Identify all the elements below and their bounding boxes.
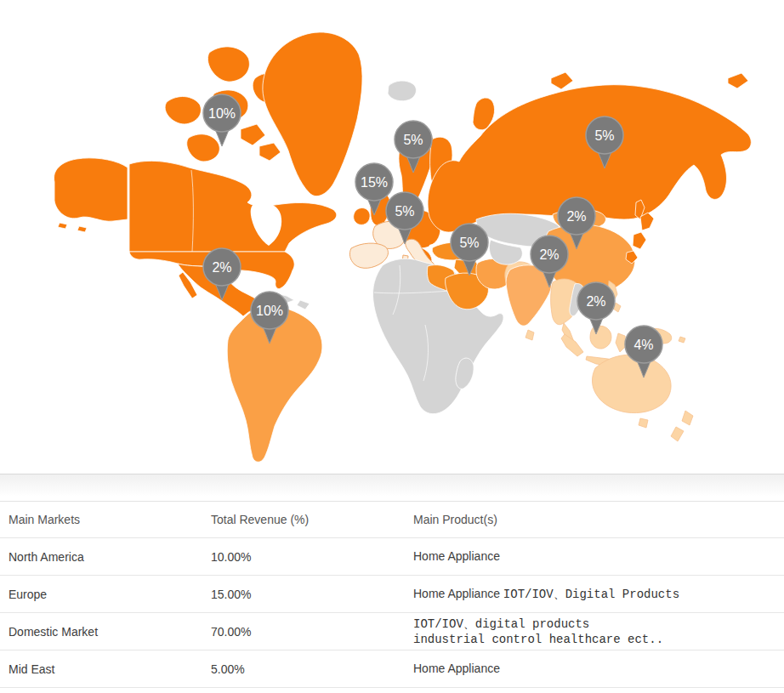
revenue-cell: 15.00% [202, 576, 405, 613]
main-markets-table: Main MarketsTotal Revenue (%)Main Produc… [0, 501, 784, 688]
revenue-cell: 5.00% [202, 650, 405, 688]
region-alaska [54, 158, 128, 221]
pin-percentage-label: 4% [633, 338, 653, 352]
pin-percentage-label: 5% [395, 204, 414, 219]
region-aleutians [58, 223, 87, 232]
pin-percentage-label: 10% [208, 106, 236, 121]
product-text: IOT/IOV、Digital Products [503, 588, 679, 601]
region-iceland [388, 81, 416, 101]
product-line: Home Appliance [413, 549, 779, 564]
main-markets-table-wrap: Main MarketsTotal Revenue (%)Main Produc… [0, 501, 784, 688]
pin-percentage-label: 5% [403, 133, 423, 147]
table-row: Europe15.00%Home Appliance IOT/IOV、Digit… [0, 576, 784, 613]
market-cell: Domestic Market [0, 613, 202, 650]
trade-capacity-section: 10%5%5%15%5%2%5%2%2%10%2%4% Main Markets… [0, 0, 784, 693]
product-line: industrial control healthcare ect.. [413, 632, 779, 647]
table-row: Domestic Market70.00%IOT/IOV、digital pro… [0, 613, 784, 650]
product-line: Home Appliance [413, 662, 779, 676]
table-row: Mid East5.00%Home Appliance [0, 650, 784, 688]
region-australia [592, 355, 671, 412]
product-text: Home Appliance [413, 549, 500, 563]
region-japan [626, 213, 654, 264]
section-divider-shadow [0, 474, 784, 497]
market-cell: North America [0, 538, 202, 576]
pin-percentage-label: 2% [586, 294, 605, 309]
pin-percentage-label: 15% [361, 175, 388, 190]
column-header-3: Main Product(s) [405, 502, 784, 538]
table-row: North America10.00%Home Appliance [0, 538, 784, 576]
products-cell: IOT/IOV、digital productsindustrial contr… [405, 613, 784, 650]
products-cell: Home Appliance [405, 650, 784, 688]
revenue-cell: 70.00% [202, 613, 405, 650]
pin-percentage-label: 10% [256, 304, 283, 318]
region-arctic-islands [551, 72, 748, 89]
column-header-1: Main Markets [0, 502, 202, 538]
pin-percentage-label: 5% [459, 236, 479, 250]
table-body: North America10.00%Home ApplianceEurope1… [0, 538, 784, 688]
table-header-row: Main MarketsTotal Revenue (%)Main Produc… [0, 502, 784, 538]
pin-percentage-label: 2% [212, 260, 231, 275]
region-sri-lanka [526, 330, 534, 340]
product-text: Home Appliance [413, 587, 503, 600]
region-new-zealand [671, 411, 693, 441]
column-header-2: Total Revenue (%) [202, 502, 405, 538]
region-greenland [263, 32, 362, 196]
map-pin: 2% [577, 282, 615, 334]
products-cell: Home Appliance IOT/IOV、Digital Products [405, 576, 784, 613]
product-text: Home Appliance [413, 662, 500, 675]
market-cell: Europe [0, 576, 202, 613]
product-text: IOT/IOV、digital products [413, 617, 589, 631]
pin-percentage-label: 5% [594, 128, 614, 143]
product-line: Home Appliance IOT/IOV、Digital Products [413, 587, 779, 602]
pin-percentage-label: 2% [539, 247, 559, 262]
region-tasmania [639, 418, 648, 428]
product-line: IOT/IOV、digital products [413, 616, 779, 632]
region-iberia [349, 243, 388, 268]
world-map: 10%5%5%15%5%2%5%2%2%10%2%4% [0, 0, 784, 474]
region-ireland [354, 208, 370, 225]
product-text: industrial control healthcare ect.. [413, 633, 663, 646]
products-cell: Home Appliance [405, 538, 784, 576]
pin-percentage-label: 2% [566, 209, 586, 224]
market-cell: Mid East [0, 650, 202, 688]
revenue-cell: 10.00% [202, 538, 405, 576]
